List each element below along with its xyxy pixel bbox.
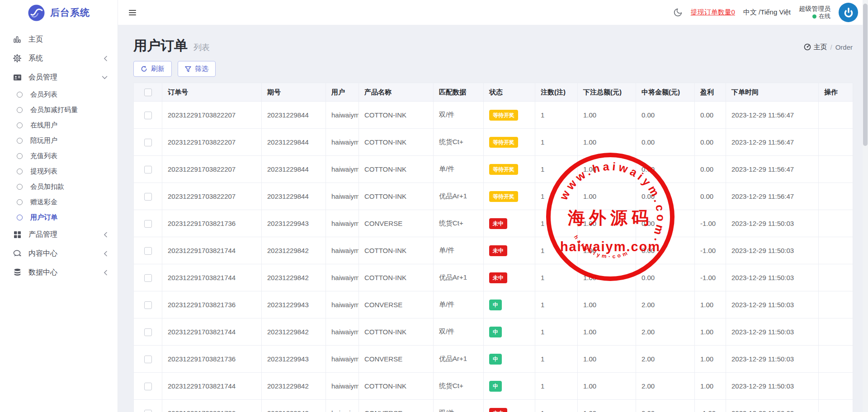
sidebar-item[interactable]: 会员管理 <box>0 68 118 87</box>
cell-profit: 1.00 <box>695 291 726 318</box>
chevron-left-icon <box>104 56 108 61</box>
dashboard-icon <box>804 43 811 51</box>
withdraw-order-count-link[interactable]: 提现订单数量0 <box>691 8 735 17</box>
cell-total: 1.00 <box>578 318 636 346</box>
cell-period: 20231229844 <box>262 102 326 129</box>
cell-profit: 1.00 <box>695 373 726 400</box>
sidebar-item[interactable]: 用户订单 <box>0 210 118 225</box>
grid-icon <box>13 230 22 239</box>
sidebar-item[interactable]: 陪玩用户 <box>0 133 118 148</box>
page-scrollbar-thumb[interactable] <box>863 4 868 146</box>
table-row: 202312291703822207 20231229844 haiwaiym … <box>134 183 853 210</box>
radio-circle-icon <box>17 199 23 205</box>
cell-bets: 1 <box>535 183 578 210</box>
col-header-actions: 操作 <box>819 83 853 102</box>
sidebar-item[interactable]: 赠送彩金 <box>0 194 118 210</box>
sidebar: 后台系统 主页 系统 会员管理 会员列表 会员加减打码量 在线用户 陪玩用户 <box>0 0 118 412</box>
table-row: 202312291703821736 20231229943 haiwaiym … <box>134 210 853 237</box>
app-logo[interactable]: 后台系统 <box>0 0 118 25</box>
table-row: 202312291703821736 20231229943 haiwaiym … <box>134 400 853 412</box>
chevron-down-icon <box>102 75 108 80</box>
sidebar-item[interactable]: 会员列表 <box>0 87 118 102</box>
sidebar-item[interactable]: 充值列表 <box>0 148 118 164</box>
cell-actions <box>819 210 853 237</box>
cell-total: 1.00 <box>578 346 636 373</box>
status-badge: 未中 <box>489 245 507 256</box>
table-row: 202312291703822207 20231229844 haiwaiym … <box>134 156 853 183</box>
cell-profit: -1.00 <box>695 400 726 412</box>
row-checkbox[interactable] <box>144 247 152 255</box>
sidebar-item[interactable]: 主页 <box>0 30 118 49</box>
sidebar-item-label: 在线用户 <box>30 121 108 130</box>
sidebar-item-label: 数据中心 <box>28 268 104 277</box>
sidebar-item-label: 会员加扣款 <box>30 183 108 191</box>
sidebar-item[interactable]: 系统 <box>0 49 118 68</box>
row-checkbox[interactable] <box>144 139 152 146</box>
sidebar-item-label: 产品管理 <box>28 230 104 239</box>
app-title: 后台系统 <box>50 6 90 19</box>
select-all-checkbox[interactable] <box>144 89 152 96</box>
cell-status: 未中 <box>484 264 535 291</box>
cell-period: 20231229842 <box>262 264 326 291</box>
row-checkbox[interactable] <box>144 356 152 363</box>
chevron-left-icon <box>104 251 108 257</box>
cell-product: CONVERSE <box>359 210 434 237</box>
cell-order-no: 202312291703821736 <box>162 291 262 318</box>
radio-circle-icon <box>17 184 23 190</box>
cell-total: 1.00 <box>578 156 636 183</box>
sidebar-item[interactable]: 产品管理 <box>0 225 118 244</box>
status-badge: 中 <box>489 327 502 337</box>
row-checkbox[interactable] <box>144 166 152 173</box>
cell-time: 2023-12-29 11:50:03 <box>726 318 819 346</box>
cell-status: 中 <box>484 318 535 346</box>
dark-mode-moon-icon[interactable] <box>673 8 683 17</box>
sidebar-item[interactable]: 数据中心 <box>0 263 118 282</box>
sidebar-item-label: 会员管理 <box>28 73 102 82</box>
sidebar-item[interactable]: 会员加扣款 <box>0 179 118 194</box>
status-badge: 未中 <box>489 218 507 229</box>
cell-product: CONVERSE <box>359 400 434 412</box>
page-scrollbar-track[interactable] <box>863 0 868 412</box>
sidebar-item[interactable]: 会员加减打码量 <box>0 102 118 117</box>
cell-product: COTTON-INK <box>359 237 434 264</box>
sidebar-item[interactable]: 在线用户 <box>0 117 118 133</box>
cell-match: 优品Ar+1 <box>434 346 484 373</box>
cell-product: COTTON-INK <box>359 102 434 129</box>
cell-bets: 1 <box>535 129 578 156</box>
cell-product: COTTON-INK <box>359 156 434 183</box>
breadcrumb-home-link[interactable]: 主页 <box>804 43 827 52</box>
filter-button[interactable]: 筛选 <box>178 61 216 77</box>
logout-power-button[interactable] <box>839 3 858 22</box>
cell-period: 20231229842 <box>262 373 326 400</box>
row-checkbox[interactable] <box>144 220 152 228</box>
cell-actions <box>819 237 853 264</box>
refresh-button[interactable]: 刷新 <box>133 61 172 77</box>
row-checkbox[interactable] <box>144 193 152 201</box>
chart-bars-icon <box>13 35 22 44</box>
cell-time: 2023-12-29 11:50:03 <box>726 346 819 373</box>
row-checkbox[interactable] <box>144 274 152 282</box>
row-checkbox[interactable] <box>144 383 152 390</box>
table-row: 202312291703821744 20231229842 haiwaiym … <box>134 318 853 346</box>
cell-period: 20231229842 <box>262 237 326 264</box>
sidebar-item[interactable]: 内容中心 <box>0 244 118 263</box>
row-checkbox[interactable] <box>144 410 152 412</box>
hamburger-menu-icon[interactable] <box>129 9 136 17</box>
cell-user: haiwaiym <box>326 373 359 400</box>
table-row: 202312291703821744 20231229842 haiwaiym … <box>134 373 853 400</box>
online-status-dot <box>812 14 816 19</box>
row-checkbox[interactable] <box>144 112 152 119</box>
sidebar-item-label: 系统 <box>28 54 104 63</box>
col-header-bets: 注数(注) <box>535 83 578 102</box>
cell-user: haiwaiym <box>326 129 359 156</box>
online-status-label: 在线 <box>819 13 830 20</box>
cell-match: 优品Ar+1 <box>434 183 484 210</box>
cell-bets: 1 <box>535 291 578 318</box>
cell-profit: 1.00 <box>695 318 726 346</box>
language-switcher[interactable]: 中文 /Tiếng Việt <box>743 8 791 17</box>
row-checkbox[interactable] <box>144 328 152 336</box>
row-checkbox[interactable] <box>144 301 152 309</box>
sidebar-item[interactable]: 提现列表 <box>0 164 118 179</box>
cell-user: haiwaiym <box>326 102 359 129</box>
sidebar-item-label: 会员列表 <box>30 90 108 99</box>
